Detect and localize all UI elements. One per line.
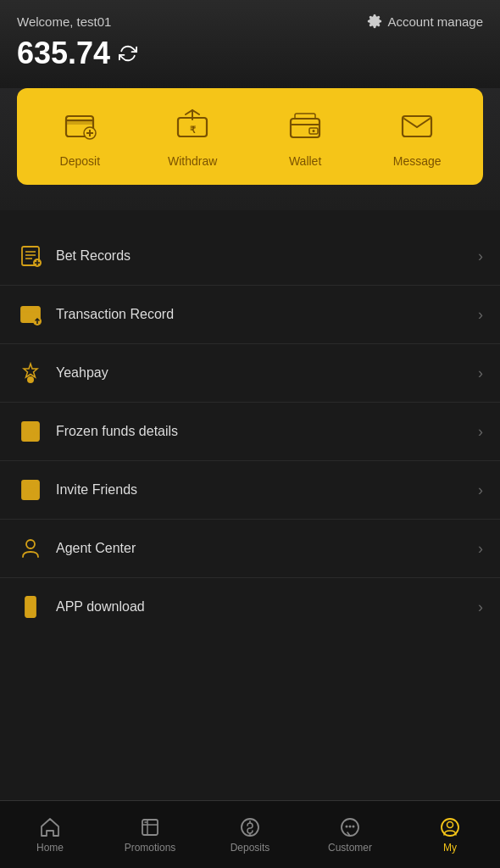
frozen-funds-icon — [17, 418, 44, 445]
agent-center-icon — [17, 535, 44, 562]
bet-records-item[interactable]: Bet Records › — [0, 227, 500, 286]
svg-point-31 — [26, 540, 35, 548]
nav-customer[interactable]: Customer — [300, 801, 400, 868]
app-download-label: APP download — [56, 599, 466, 615]
frozen-funds-chevron: › — [478, 423, 483, 441]
bet-records-chevron: › — [478, 248, 483, 265]
agent-center-chevron: › — [478, 540, 483, 558]
invite-friends-label: Invite Friends — [56, 482, 466, 498]
account-manage-button[interactable]: Account manage — [367, 14, 483, 29]
message-button[interactable]: Message — [393, 105, 442, 168]
bottom-nav: Home Promotions Deposits — [0, 800, 500, 868]
quick-actions-card: Deposit ₹ Withdraw — [17, 88, 483, 185]
agent-center-item[interactable]: Agent Center › — [0, 520, 500, 578]
agent-center-label: Agent Center — [56, 541, 466, 556]
svg-point-43 — [349, 825, 352, 827]
customer-icon — [339, 816, 361, 838]
balance-amount: 635.74 — [17, 36, 110, 71]
message-icon — [396, 105, 438, 147]
deposit-label: Deposit — [60, 154, 100, 168]
yeahpay-item[interactable]: Yeahpay › — [0, 344, 500, 403]
deposits-label: Deposits — [231, 842, 270, 854]
promotions-label: Promotions — [125, 842, 176, 854]
transaction-chevron: › — [478, 306, 483, 324]
svg-point-46 — [447, 821, 453, 827]
svg-point-34 — [30, 613, 31, 615]
bet-records-icon — [17, 242, 44, 270]
svg-point-11 — [313, 130, 315, 132]
deposit-icon — [58, 105, 101, 147]
message-label: Message — [393, 154, 442, 168]
wallet-label: Wallet — [289, 154, 321, 168]
my-icon — [439, 816, 461, 838]
customer-label: Customer — [328, 842, 372, 854]
withdraw-icon: ₹ — [171, 105, 214, 147]
yeahpay-chevron: › — [478, 364, 483, 382]
svg-point-24 — [27, 376, 34, 383]
promotions-icon — [139, 816, 161, 838]
refresh-icon[interactable] — [119, 44, 137, 63]
bet-records-label: Bet Records — [56, 248, 466, 264]
nav-home[interactable]: Home — [0, 801, 100, 868]
yeahpay-label: Yeahpay — [56, 365, 466, 381]
my-label: My — [443, 842, 457, 854]
svg-rect-29 — [32, 436, 39, 441]
home-icon — [39, 816, 61, 838]
frozen-funds-label: Frozen funds details — [56, 424, 466, 439]
svg-point-44 — [353, 825, 355, 827]
home-label: Home — [36, 842, 64, 854]
wallet-button[interactable]: Wallet — [284, 105, 326, 168]
account-manage-label: Account manage — [387, 14, 483, 29]
wallet-icon — [284, 105, 326, 147]
welcome-text: Welcome, test01 — [17, 14, 111, 29]
menu-list: Bet Records › Transaction Record › — [0, 227, 500, 636]
app-download-icon — [17, 593, 44, 620]
svg-text:₹: ₹ — [190, 125, 196, 135]
frozen-funds-item[interactable]: Frozen funds details › — [0, 403, 500, 461]
invite-friends-item[interactable]: Invite Friends › — [0, 461, 500, 520]
invite-friends-icon — [17, 476, 44, 504]
nav-promotions[interactable]: Promotions — [100, 801, 200, 868]
yeahpay-icon — [17, 359, 44, 387]
nav-my[interactable]: My — [400, 801, 500, 868]
app-download-item[interactable]: APP download › — [0, 578, 500, 636]
deposit-button[interactable]: Deposit — [58, 105, 101, 168]
app-download-chevron: › — [478, 598, 483, 616]
gear-icon — [367, 14, 382, 29]
deposits-icon — [239, 816, 261, 838]
invite-friends-chevron: › — [478, 481, 483, 499]
transaction-record-item[interactable]: Transaction Record › — [0, 286, 500, 344]
withdraw-button[interactable]: ₹ Withdraw — [168, 105, 217, 168]
transaction-icon — [17, 301, 44, 328]
withdraw-label: Withdraw — [168, 154, 217, 168]
transaction-record-label: Transaction Record — [56, 307, 466, 322]
nav-deposits[interactable]: Deposits — [200, 801, 300, 868]
svg-point-42 — [346, 825, 348, 827]
